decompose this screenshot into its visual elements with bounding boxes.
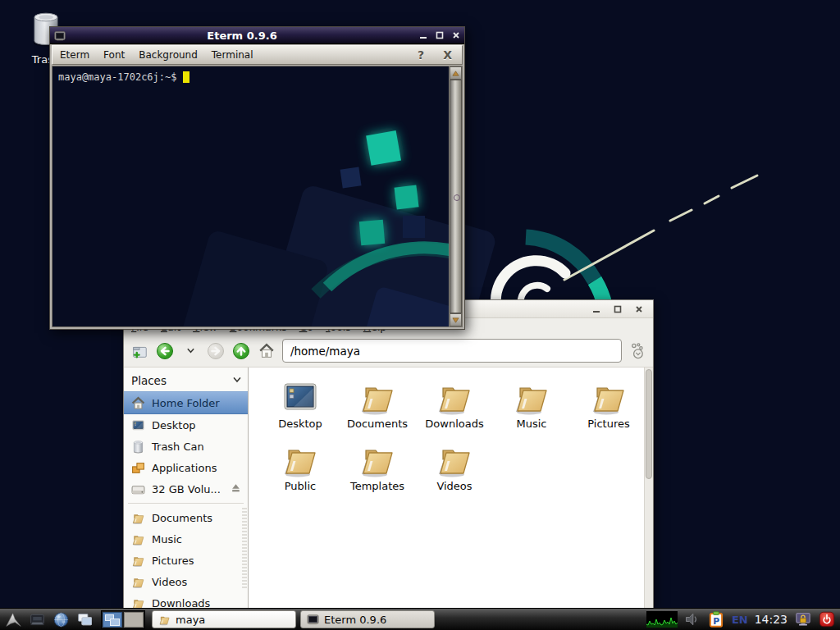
jump-to-button[interactable] bbox=[628, 341, 647, 361]
workspace-window bbox=[110, 619, 120, 626]
sidebar-item-downloads[interactable]: Downloads bbox=[124, 592, 248, 609]
address-bar[interactable] bbox=[282, 339, 622, 363]
workspace-1[interactable] bbox=[103, 612, 122, 628]
desktop-icon bbox=[131, 418, 145, 432]
file-item-label: Music bbox=[517, 418, 547, 430]
task-button-label: maya bbox=[176, 614, 205, 626]
file-item-label: Downloads bbox=[425, 418, 483, 430]
task-button-eterm[interactable]: Eterm 0.9.6 bbox=[300, 610, 435, 628]
maximize-button[interactable] bbox=[435, 31, 444, 40]
file-manager-launcher[interactable] bbox=[27, 609, 47, 629]
minimize-button[interactable] bbox=[418, 31, 427, 40]
lock-screen-button[interactable] bbox=[794, 611, 811, 628]
places-header[interactable]: Places bbox=[124, 370, 248, 391]
file-item-desktop[interactable]: Desktop bbox=[262, 377, 339, 438]
window-title: Eterm 0.9.6 bbox=[66, 30, 418, 42]
sidebar-item-trash-can[interactable]: Trash Can bbox=[124, 436, 248, 457]
power-button[interactable] bbox=[818, 611, 835, 628]
sidebar-item-pictures[interactable]: Pictures bbox=[124, 550, 248, 571]
terminal-cursor bbox=[183, 71, 189, 83]
menu-eterm[interactable]: Eterm bbox=[60, 49, 89, 61]
back-button[interactable] bbox=[155, 341, 175, 361]
file-item-templates[interactable]: Templates bbox=[339, 440, 416, 500]
folder-icon bbox=[158, 614, 171, 626]
folder-icon bbox=[131, 532, 145, 546]
sidebar-item-label: Pictures bbox=[152, 555, 194, 567]
keyboard-layout-indicator[interactable]: EN bbox=[732, 614, 748, 626]
minimize-button[interactable] bbox=[591, 304, 600, 313]
cpu-monitor-graph[interactable] bbox=[646, 611, 678, 628]
computer-screen-icon bbox=[281, 377, 320, 417]
drive-icon bbox=[131, 482, 145, 496]
eterm-menubar: Eterm Font Background Terminal ? X bbox=[52, 45, 463, 65]
menu-font[interactable]: Font bbox=[103, 49, 125, 61]
sidebar-item-applications[interactable]: Applications bbox=[124, 457, 248, 478]
places-header-label: Places bbox=[131, 374, 167, 387]
menu-terminal[interactable]: Terminal bbox=[212, 49, 253, 61]
sidebar-item-music[interactable]: Music bbox=[124, 528, 248, 550]
file-item-label: Videos bbox=[436, 480, 472, 492]
view-scrollbar-thumb[interactable] bbox=[646, 369, 652, 479]
file-icon-view[interactable]: Desktop Documents Downloads Music Pictur… bbox=[249, 368, 653, 609]
new-tab-button[interactable] bbox=[130, 341, 149, 361]
clock[interactable]: 14:23 bbox=[755, 613, 788, 626]
folder-icon bbox=[435, 377, 474, 417]
up-button[interactable] bbox=[231, 341, 251, 361]
volume-icon[interactable] bbox=[684, 611, 701, 628]
sidebar-item-videos[interactable]: Videos bbox=[124, 571, 248, 592]
terminal-scrollbar[interactable] bbox=[449, 66, 462, 326]
view-scrollbar[interactable] bbox=[644, 368, 653, 609]
sidebar-scrollbar[interactable] bbox=[242, 508, 247, 590]
folder-icon bbox=[131, 554, 145, 568]
workspace-2[interactable] bbox=[124, 612, 144, 628]
terminal-output[interactable]: maya@maya-1702c6j:~$ bbox=[52, 66, 449, 326]
sidebar-item-label: Home Folder bbox=[152, 397, 220, 409]
forward-button[interactable] bbox=[206, 341, 226, 361]
file-manager-toolbar bbox=[124, 335, 653, 368]
scrollbar-thumb[interactable] bbox=[450, 80, 462, 313]
sidebar-item-volume[interactable]: 32 GB Volu... bbox=[124, 478, 248, 500]
terminal-transparency-background bbox=[52, 66, 449, 326]
applications-menu-button[interactable] bbox=[3, 609, 23, 629]
sidebar-item-label: Desktop bbox=[152, 419, 196, 431]
sidebar-item-label: 32 GB Volu... bbox=[152, 483, 221, 495]
scroll-up-button[interactable] bbox=[450, 66, 462, 80]
sidebar-item-label: Music bbox=[152, 533, 182, 546]
places-sidebar: Places Home Folder Desktop Trash Can App… bbox=[124, 368, 249, 609]
eterm-titlebar[interactable]: Eterm 0.9.6 bbox=[50, 27, 464, 44]
help-button[interactable]: ? bbox=[415, 48, 427, 62]
file-item-documents[interactable]: Documents bbox=[339, 377, 416, 438]
folder-icon bbox=[512, 377, 551, 417]
sidebar-item-desktop[interactable]: Desktop bbox=[124, 414, 248, 436]
folder-icon bbox=[358, 440, 397, 479]
eject-button[interactable] bbox=[230, 482, 242, 496]
file-item-downloads[interactable]: Downloads bbox=[416, 377, 493, 438]
close-button[interactable] bbox=[451, 31, 460, 40]
menubar-close-button[interactable]: X bbox=[441, 48, 454, 62]
sidebar-item-documents[interactable]: Documents bbox=[124, 507, 248, 528]
scroll-down-button[interactable] bbox=[450, 313, 462, 326]
history-dropdown-button[interactable] bbox=[180, 341, 200, 361]
eterm-window: Eterm 0.9.6 Eterm Font Background Termin… bbox=[49, 26, 465, 330]
shell-prompt: maya@maya-1702c6j:~$ bbox=[58, 71, 177, 83]
sidebar-item-label: Videos bbox=[152, 576, 187, 588]
web-browser-launcher[interactable] bbox=[51, 609, 71, 629]
menu-background[interactable]: Background bbox=[139, 49, 198, 61]
file-manager-window: File Edit View Bookmarks Go Tools Help P… bbox=[123, 299, 654, 610]
home-button[interactable] bbox=[257, 341, 276, 361]
show-desktop-button[interactable] bbox=[75, 609, 94, 629]
maximize-button[interactable] bbox=[613, 304, 622, 313]
clipboard-manager-icon[interactable] bbox=[708, 611, 725, 628]
close-button[interactable] bbox=[634, 304, 643, 313]
file-item-music[interactable]: Music bbox=[493, 377, 570, 438]
task-button-maya[interactable]: maya bbox=[152, 610, 296, 628]
file-item-public[interactable]: Public bbox=[262, 440, 339, 500]
terminal-icon bbox=[54, 30, 66, 41]
file-item-label: Pictures bbox=[587, 418, 629, 430]
sidebar-item-home-folder[interactable]: Home Folder bbox=[124, 391, 248, 414]
file-item-videos[interactable]: Videos bbox=[416, 440, 493, 500]
file-item-label: Documents bbox=[347, 418, 408, 430]
sidebar-item-label: Applications bbox=[152, 462, 217, 474]
folder-icon bbox=[131, 511, 145, 525]
file-item-pictures[interactable]: Pictures bbox=[570, 377, 647, 438]
